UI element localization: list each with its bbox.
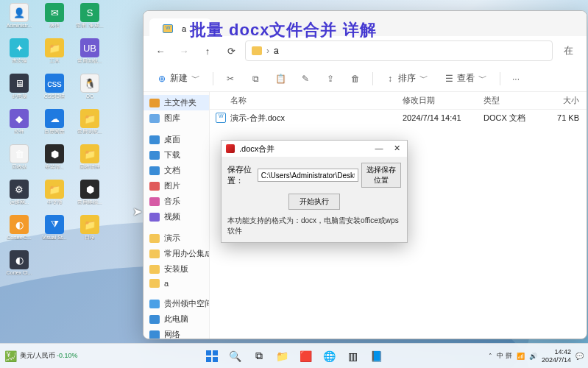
sidebar-item-thispc[interactable]: 此电脑 xyxy=(144,311,209,327)
app-icon: 🐧 xyxy=(80,74,99,93)
new-label: 新建 xyxy=(170,72,188,85)
sidebar-item-videos[interactable]: 视频 xyxy=(144,209,209,224)
desktop-icon[interactable]: ⚙运维网... xyxy=(3,180,35,212)
app-icon: 📁 xyxy=(45,38,64,57)
app-icon: ⬢ xyxy=(80,180,99,199)
dialog-close-button[interactable]: ✕ xyxy=(388,141,405,155)
sort-label: 排序 xyxy=(398,72,416,85)
desktop-icon[interactable]: ◐Cortex Cl... xyxy=(3,250,35,283)
file-date: 2024/7/14 14:41 xyxy=(403,113,483,122)
more-label: ··· xyxy=(512,74,520,84)
taskbar-app[interactable]: 🟥 xyxy=(297,347,316,366)
desktop-icon[interactable]: 🗑回收站 xyxy=(3,144,35,177)
folder-icon xyxy=(252,46,262,55)
desktop-icon[interactable]: UB常用卸载... xyxy=(74,38,106,71)
col-name[interactable]: 名称 xyxy=(210,95,403,106)
tray-wifi-icon[interactable]: 📶 xyxy=(517,353,525,360)
choose-location-button[interactable]: 选择保存位置 xyxy=(361,163,401,188)
desktop-icon[interactable]: ⬢安装版... xyxy=(38,144,71,177)
network-icon xyxy=(149,330,160,339)
desktop-icon xyxy=(149,135,160,144)
sidebar-item-downloads[interactable]: 下载 xyxy=(144,147,209,163)
refresh-button[interactable]: ⟳ xyxy=(222,41,241,60)
minimize-button[interactable] xyxy=(570,13,584,26)
plus-icon: ⊕ xyxy=(157,74,167,84)
sidebar-item-pictures[interactable]: 图片 xyxy=(144,178,209,194)
sidebar-item-gallery[interactable]: 图库 xyxy=(144,110,209,126)
desktop-icon[interactable]: cssCSS扫描 xyxy=(38,74,71,106)
up-button[interactable]: ↑ xyxy=(198,41,217,60)
desktop-icon[interactable]: ✉微信 xyxy=(38,3,71,35)
desktop-icon[interactable]: 👤Administr... xyxy=(3,3,35,35)
sidebar-item-home[interactable]: 主文件夹 xyxy=(144,95,209,110)
col-type[interactable]: 类型 xyxy=(483,95,542,106)
desktop-icon[interactable]: ⧩Visual St... xyxy=(38,215,71,247)
more-button[interactable]: ··· xyxy=(506,69,525,88)
taskbar-word[interactable]: 📘 xyxy=(367,347,386,366)
desktop-icon[interactable]: 📁工具 xyxy=(38,38,71,71)
new-button[interactable]: ⊕ 新建 ﹀ xyxy=(151,69,207,88)
sidebar-item-network[interactable]: 网络 xyxy=(144,327,209,339)
tray-notifications-icon[interactable]: 💬 xyxy=(575,353,584,360)
cut-button[interactable]: ✂ xyxy=(219,69,241,88)
dialog-titlebar[interactable]: .docx合并 — ✕ xyxy=(222,141,407,157)
delete-button[interactable]: 🗑 xyxy=(344,69,366,88)
tray-volume-icon[interactable]: 🔊 xyxy=(529,353,537,360)
sort-icon: ↕ xyxy=(385,74,395,84)
sidebar-item-office-tools[interactable]: 常用办公集成工具 xyxy=(144,246,209,261)
dialog-minimize-button[interactable]: — xyxy=(370,141,388,155)
desktop-icon[interactable]: ◆控件 xyxy=(3,109,35,141)
system-tray[interactable]: ˄ 中 拼 📶 🔊 14:42 2024/7/14 💬 xyxy=(489,344,584,368)
sidebar-item-desktop[interactable]: 桌面 xyxy=(144,132,209,147)
tray-ime[interactable]: 中 拼 xyxy=(497,351,512,361)
taskbar-edge[interactable]: 🌐 xyxy=(320,347,339,366)
desktop-icon[interactable]: 🖥此电脑 xyxy=(3,74,35,106)
rename-button[interactable]: ✎ xyxy=(294,69,316,88)
folder-icon xyxy=(149,250,160,258)
desktop-icon[interactable]: 📁中文版 xyxy=(38,180,71,212)
sidebar-item-guizhou[interactable]: 贵州领中空间科技 xyxy=(144,296,209,311)
col-size[interactable]: 大小 xyxy=(542,95,587,106)
paste-button[interactable]: 📋 xyxy=(269,69,291,88)
sidebar-item-install[interactable]: 安装版 xyxy=(144,261,209,277)
file-row[interactable]: 演示-合并.docx2024/7/14 14:41DOCX 文档71 KB xyxy=(210,110,587,126)
taskbar-explorer[interactable]: 📁 xyxy=(273,347,292,366)
desktop-icon[interactable]: ⬢常用终端... xyxy=(74,180,106,212)
sort-button[interactable]: ↕ 排序 ﹀ xyxy=(379,69,435,88)
start-button[interactable]: 开始执行 xyxy=(288,194,340,210)
desktop-icon[interactable]: 📁回收清理 xyxy=(74,144,106,177)
tray-expand-icon[interactable]: ˄ xyxy=(489,353,492,360)
sidebar-item-documents[interactable]: 文档 xyxy=(144,163,209,178)
sidebar-item-a[interactable]: a xyxy=(144,277,209,290)
desktop-icon[interactable]: ✦惠宏猫 xyxy=(3,38,35,71)
share-button[interactable]: ⇪ xyxy=(319,69,341,88)
desktop-icon[interactable]: ◐Cortex C... xyxy=(3,215,35,247)
taskbar-app2[interactable]: ▥ xyxy=(344,347,363,366)
copy-button[interactable]: ⧉ xyxy=(244,69,266,88)
sidebar-item-music[interactable]: 音乐 xyxy=(144,194,209,209)
desktop-icon[interactable]: 🐧QQ xyxy=(74,74,106,106)
app-icon xyxy=(226,144,235,153)
forward-button[interactable]: → xyxy=(174,41,194,60)
col-date[interactable]: 修改日期 xyxy=(403,95,483,106)
svg-rect-3 xyxy=(213,357,218,362)
desktop-icon-label: 常用_集成... xyxy=(76,23,104,28)
music-icon xyxy=(149,197,160,206)
desktop-icon[interactable]: 📁目录 xyxy=(74,215,106,247)
share-icon: ⇪ xyxy=(325,74,336,84)
back-button[interactable]: ← xyxy=(151,41,170,60)
task-view-button[interactable]: ⧉ xyxy=(249,347,269,366)
view-button[interactable]: ☰ 查看 ﹀ xyxy=(438,69,494,88)
start-button[interactable] xyxy=(202,347,222,366)
address-bar[interactable]: › a xyxy=(245,40,553,61)
home-icon xyxy=(149,99,160,107)
sidebar-item-demo[interactable]: 演示 xyxy=(144,230,209,246)
desktop-icon[interactable]: 📁常用浏览... xyxy=(74,109,106,141)
desktop-icon[interactable]: S常用_集成... xyxy=(74,3,106,35)
taskbar-search-button[interactable]: 🔍 xyxy=(226,347,245,366)
desktop-icons: 👤Administr...✦惠宏猫🖥此电脑◆控件🗑回收站⚙运维网...◐Cort… xyxy=(3,3,106,283)
save-location-input[interactable] xyxy=(258,169,358,182)
desktop-icon-label: 控件 xyxy=(14,129,24,134)
app-icon: 🖥 xyxy=(10,74,29,93)
desktop-icon[interactable]: ☁百度网盘 xyxy=(38,109,71,141)
